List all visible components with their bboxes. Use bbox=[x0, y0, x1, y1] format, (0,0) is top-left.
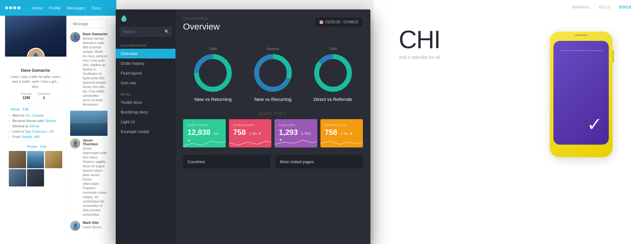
nav-bootstrap-docs[interactable]: Bootstrap docs bbox=[116, 107, 175, 117]
msg-name-3: Mark Otto bbox=[83, 221, 108, 225]
phone-mockup-wrap: ✓ bbox=[537, 25, 638, 220]
downloads-yellow-wave bbox=[320, 136, 363, 147]
msg-name-1: Dave Gamache bbox=[83, 32, 108, 36]
msg-content-3: Mark Otto Lorem ipsum... bbox=[83, 221, 108, 231]
nav-light-ui[interactable]: Light UI bbox=[116, 117, 175, 127]
countries-title: Countries bbox=[187, 159, 266, 164]
canada-link[interactable]: Oh, Canada bbox=[25, 114, 44, 117]
date-range-button[interactable]: 📅 01/01/15 - 01/08/15 bbox=[314, 17, 363, 27]
about-item-went: • Went to Oh, Canada bbox=[9, 114, 62, 117]
left-nav-links: Home Profile Messages Docs bbox=[32, 6, 101, 10]
logo[interactable] bbox=[5, 6, 20, 9]
friends-stat: Friends 12M bbox=[21, 92, 31, 100]
donut-1 bbox=[192, 53, 233, 93]
quick-stats-label: QUICK STATS bbox=[183, 112, 363, 115]
dash-main: DASHBOARDS Overview 📅 01/01/15 - 01/08/1… bbox=[175, 9, 370, 244]
stats-row: PAGE VIEWS 12,938 5% ▲ DOWNLOADS 758 1.3… bbox=[183, 119, 363, 147]
about-edit-link[interactable]: Edit bbox=[23, 107, 29, 111]
stat-card-downloads: DOWNLOADS 758 1.3% ▼ bbox=[229, 119, 272, 147]
nav-section-dashboards: DASHBOARDS Overview Order history Fluid … bbox=[116, 42, 175, 88]
msg-text-2: Donec ullamcorper nulla non metus. Vivam… bbox=[83, 147, 108, 217]
about-title: About Edit bbox=[9, 107, 62, 111]
dash-logo bbox=[116, 14, 175, 27]
nav-overview[interactable]: Overview bbox=[116, 49, 175, 58]
msg-text-3: Lorem ipsum... bbox=[83, 225, 108, 230]
profile-cover: 👤 bbox=[5, 16, 66, 57]
about-item-worked: • Worked at Github bbox=[9, 124, 62, 128]
profile-column: 👤 Dave Gamache I wish i was a little bit… bbox=[5, 16, 66, 238]
downloads-change: 1.3% ▼ bbox=[249, 132, 261, 136]
right-nav-docs[interactable]: DOCS bbox=[619, 5, 631, 9]
github-link[interactable]: Github bbox=[29, 124, 39, 128]
dash-search-input[interactable] bbox=[119, 27, 172, 36]
right-panel: MINIMAL BOLD DOCS CHI and a calendar for… bbox=[374, 0, 644, 244]
photo-card[interactable] bbox=[70, 111, 108, 136]
photos-edit-link[interactable]: Edit bbox=[40, 145, 46, 148]
left-panel: Home Profile Messages Docs 👤 Dave Gamach… bbox=[0, 0, 116, 244]
phone-power-button bbox=[613, 50, 614, 63]
chart-3-category: Traffic bbox=[303, 47, 363, 51]
msg-content-1: Dave Gamache Aenean lacinia bibendum nul… bbox=[83, 32, 108, 107]
obama-link[interactable]: Obama bbox=[45, 119, 56, 123]
sf-link[interactable]: San Francisco, CA bbox=[25, 130, 54, 133]
date-range-text: 01/01/15 - 01/08/15 bbox=[325, 20, 358, 24]
msg-content-2: Jacon Thornton Donec ullamcorper nulla n… bbox=[83, 138, 108, 217]
messages-panel: 👤 Dave Gamache Aenean lacinia bibendum n… bbox=[66, 16, 111, 238]
downloads-value: 758 bbox=[233, 128, 246, 136]
stat-card-signups: SIGN-UPS 1,293 6.75% ▼ bbox=[275, 119, 317, 147]
right-nav-minimal[interactable]: MINIMAL bbox=[572, 5, 590, 9]
photo-3[interactable] bbox=[45, 151, 62, 168]
pageviews-wave bbox=[183, 136, 226, 147]
profile-bio: I wish i was a little bit taller, wish i… bbox=[9, 75, 62, 89]
nav-docs[interactable]: Docs bbox=[92, 6, 101, 10]
about-item-from: • From Seattle, WA bbox=[9, 135, 62, 139]
right-nav: MINIMAL BOLD DOCS bbox=[374, 0, 644, 14]
enemies-stat: Enemies 1 bbox=[38, 92, 50, 100]
most-visited-card: Most visited pages bbox=[275, 155, 363, 169]
downloads-yellow-label: DOWNLOADS bbox=[325, 124, 359, 127]
nav-order-history[interactable]: Order history bbox=[116, 58, 175, 68]
page-title: Overview bbox=[183, 22, 220, 32]
photos-title: Photos Edit bbox=[9, 145, 62, 148]
dash-header: DASHBOARDS Overview 📅 01/01/15 - 01/08/1… bbox=[183, 17, 363, 32]
pageviews-label: PAGE VIEWS bbox=[187, 124, 221, 127]
dash-search: 🔍 bbox=[119, 27, 172, 36]
nav-profile[interactable]: Profile bbox=[49, 6, 61, 10]
profile-about: About Edit • Went to Oh, Canada • Became… bbox=[9, 104, 62, 139]
msg-name-2: Jacon Thornton bbox=[83, 138, 108, 146]
nav-heading-more: MORE bbox=[116, 90, 175, 97]
nav-example-modal[interactable]: Example modal bbox=[116, 127, 175, 136]
photo-2[interactable] bbox=[27, 151, 44, 168]
friends-value: 12M bbox=[21, 96, 31, 100]
nav-toolkit-docs[interactable]: Toolkit docs bbox=[116, 97, 175, 107]
pageviews-value: 12,938 bbox=[187, 128, 210, 136]
photo-1[interactable] bbox=[9, 151, 26, 168]
message-item-3: 👤 Mark Otto Lorem ipsum... bbox=[70, 221, 108, 231]
nav-messages[interactable]: Messages bbox=[67, 6, 86, 10]
right-nav-bold[interactable]: BOLD bbox=[599, 5, 611, 9]
photo-4[interactable] bbox=[9, 169, 26, 186]
nav-icon-nav[interactable]: Icon nav bbox=[116, 78, 175, 88]
friends-label: Friends bbox=[21, 92, 31, 96]
donut-3 bbox=[313, 53, 353, 93]
seattle-link[interactable]: Seattle, WA bbox=[21, 135, 40, 139]
logo-dot-2 bbox=[9, 6, 12, 9]
avatar-face: 👤 bbox=[28, 49, 44, 57]
search-icon: 🔍 bbox=[164, 30, 169, 34]
calendar-icon: 📅 bbox=[319, 20, 324, 24]
bottom-row: Countries Most visited pages bbox=[183, 155, 363, 169]
message-input[interactable] bbox=[70, 19, 108, 28]
chart-1-category: Traffic bbox=[183, 47, 243, 51]
screen-bar bbox=[560, 50, 602, 51]
nav-fluid-layout[interactable]: Fluid layout bbox=[116, 68, 175, 78]
leaf-icon bbox=[121, 14, 127, 22]
profile-name: Dave Gamache bbox=[9, 68, 62, 73]
nav-home[interactable]: Home bbox=[32, 6, 43, 10]
photo-5[interactable] bbox=[27, 169, 44, 186]
msg-avatar-jacon: 👤 bbox=[70, 138, 80, 148]
stat-card-downloads-yellow: DOWNLOADS 758 1.3% ▼ bbox=[320, 119, 363, 147]
photos-grid bbox=[9, 151, 62, 186]
dashboard-modal: 🔍 DASHBOARDS Overview Order history Flui… bbox=[116, 9, 370, 244]
dash-sidebar: 🔍 DASHBOARDS Overview Order history Flui… bbox=[116, 9, 175, 244]
profile-stats: Friends 12M Enemies 1 bbox=[9, 92, 62, 100]
